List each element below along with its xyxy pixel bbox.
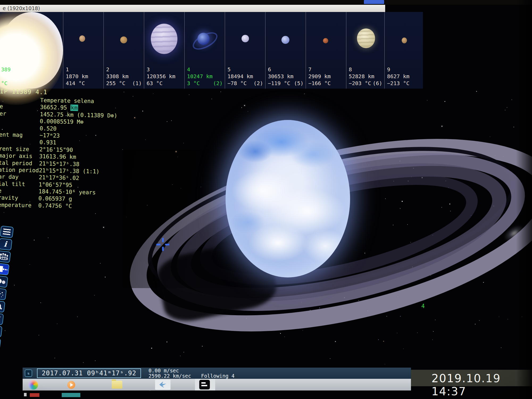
- planet-diameter: 10247 km: [187, 73, 213, 80]
- system-browser-icon: [0, 266, 7, 273]
- planet-thumbnail: [242, 35, 249, 42]
- planet-diameter: 18494 km: [227, 73, 253, 80]
- space-engine-taskbar-tile[interactable]: [195, 379, 215, 390]
- planet-index: 4: [187, 66, 190, 73]
- system-browser-button[interactable]: [0, 263, 10, 275]
- planet-index: 1: [66, 66, 69, 73]
- space-engine-taskbar-icon: [199, 380, 210, 389]
- camera-timestamp: 2019.10.19 14:37: [431, 372, 532, 398]
- journal-button[interactable]: [0, 325, 2, 338]
- planet-temp: −213 °C: [387, 80, 409, 86]
- planet-cell-2[interactable]: 2 3308 km 255 °C (1): [103, 12, 144, 89]
- planet-diameter: 8627 km: [387, 73, 409, 80]
- planet-diameter: 52828 km: [349, 73, 374, 80]
- planet-clouds: [226, 120, 350, 277]
- planet-cell-6[interactable]: 6 30653 km −119 °C (5): [265, 12, 306, 89]
- spacecraft-button[interactable]: [0, 313, 4, 325]
- browser-globe-icon[interactable]: [28, 380, 38, 390]
- window-titlebar[interactable]: e (1920x1018): [0, 5, 385, 12]
- camera-speed-readout: 2590.22 km/sec: [148, 373, 191, 379]
- velocity-readout: 0.00 m/sec: [148, 368, 241, 373]
- planet-temp: −166 °C: [308, 80, 331, 86]
- planet-index: 5: [227, 66, 231, 73]
- menu-icon: [3, 228, 11, 235]
- orrery-button[interactable]: [0, 250, 11, 263]
- planet-temp: −119 °C: [268, 80, 290, 86]
- star-temp-fragment: °C: [1, 80, 7, 86]
- planet-index: 3: [147, 66, 150, 73]
- planet-temp: 63 °C: [147, 80, 163, 86]
- planet-index: 7: [308, 66, 311, 73]
- planet-cell-3[interactable]: 3 120356 km 63 °C: [144, 12, 184, 89]
- selected-object-label[interactable]: 4: [421, 303, 425, 309]
- simulation-datetime[interactable]: 2017.07.31 09ʰ41ᵐ17ˢ.92: [37, 368, 141, 378]
- planet-thumbnail: [281, 36, 289, 44]
- bezel-speck: [24, 393, 27, 396]
- planets-button[interactable]: [0, 275, 8, 288]
- search-button[interactable]: [0, 300, 5, 313]
- planet-moon-count: (1): [132, 80, 142, 86]
- starfield-icon: [0, 290, 4, 298]
- planets-icon: [0, 278, 6, 285]
- planet-diameter: 1870 km: [66, 73, 88, 80]
- editor-button[interactable]: [0, 337, 1, 350]
- top-strip: [0, 0, 532, 5]
- planet-cell-5[interactable]: 5 18494 km −78 °C (2): [225, 12, 265, 89]
- space-engine-screen: e (1920x1018) 389 °C 1 1870 km 414 °C 2 …: [0, 0, 532, 399]
- planet-thumbnail: [197, 33, 210, 45]
- planet-diameter: 30653 km: [268, 73, 293, 80]
- planet-thumbnail: [402, 38, 407, 43]
- bird-app-tile[interactable]: [155, 380, 171, 390]
- ringed-planet[interactable]: [226, 120, 350, 277]
- orrery-icon: [0, 253, 9, 261]
- planet-temp: −78 °C: [227, 80, 247, 86]
- planet-cell-1[interactable]: 1 1870 km 414 °C: [63, 12, 103, 89]
- bezel-speck-teal: [62, 393, 80, 397]
- planet-thumbnail: [120, 36, 127, 43]
- following-status: Following 4: [201, 373, 235, 379]
- planet-diameter: 120356 km: [147, 73, 175, 80]
- planet-browser-strip: 389 °C 1 1870 km 414 °C 2 3308 km 255 °C…: [0, 12, 423, 90]
- info-icon: i: [3, 240, 7, 248]
- star-cell[interactable]: 389 °C: [0, 12, 63, 89]
- star-map-button[interactable]: [0, 288, 7, 300]
- star-id-fragment: 389: [1, 66, 11, 73]
- planet-moon-count: (2): [213, 80, 223, 86]
- rocket-icon: [0, 315, 2, 323]
- planet-thumbnail: [79, 35, 85, 42]
- time-settings-icon[interactable]: ⇅: [25, 369, 32, 377]
- planet-thumbnail: [323, 38, 328, 43]
- media-player-icon[interactable]: [67, 381, 75, 389]
- bezel-speck-red: [30, 393, 39, 397]
- os-taskbar: [23, 379, 411, 390]
- planet-cell-7[interactable]: 7 2909 km −166 °C: [306, 12, 346, 89]
- crosshair-cursor: [156, 238, 169, 251]
- planet-index: 9: [387, 66, 390, 73]
- planet-index: 8: [349, 66, 352, 73]
- planet-temp: 255 °C: [106, 80, 125, 86]
- planet-moon-count: (2): [253, 80, 263, 86]
- object-info-panel: IP 11389 4.1 Temperate selena e36652.95 …: [0, 88, 170, 212]
- planet-temp: 414 °C: [66, 80, 85, 86]
- planet-diameter: 2909 km: [308, 73, 331, 80]
- planet-thumbnail: [357, 28, 375, 48]
- folder-icon[interactable]: [112, 381, 122, 389]
- planet-temp: −203 °C: [349, 80, 371, 86]
- planet-thumbnail: [151, 24, 177, 54]
- planet-cell-9[interactable]: 9 8627 km −213 °C: [384, 12, 423, 89]
- search-icon: [0, 302, 2, 310]
- planet-temp: 3 °C: [187, 80, 200, 86]
- planet-index: 2: [106, 66, 109, 73]
- planet-moon-count: (6): [373, 80, 382, 86]
- status-bar: ⇅ 2017.07.31 09ʰ41ᵐ17ˢ.92 0.00 m/sec 259…: [23, 368, 411, 379]
- planet-diameter: 3308 km: [106, 73, 128, 80]
- planet-cell-8[interactable]: 8 52828 km −203 °C (6): [346, 12, 384, 89]
- top-blue-chip: [364, 0, 384, 4]
- photographed-monitor: e (1920x1018) 389 °C 1 1870 km 414 °C 2 …: [0, 0, 532, 399]
- planet-cell-4-selected[interactable]: 4 10247 km 3 °C (2): [184, 12, 225, 89]
- planet-moon-count: (5): [294, 80, 304, 86]
- menu-button[interactable]: [0, 226, 14, 238]
- info-button[interactable]: i: [0, 238, 12, 251]
- bird-app-icon: [159, 381, 167, 388]
- planet-index: 6: [268, 66, 271, 73]
